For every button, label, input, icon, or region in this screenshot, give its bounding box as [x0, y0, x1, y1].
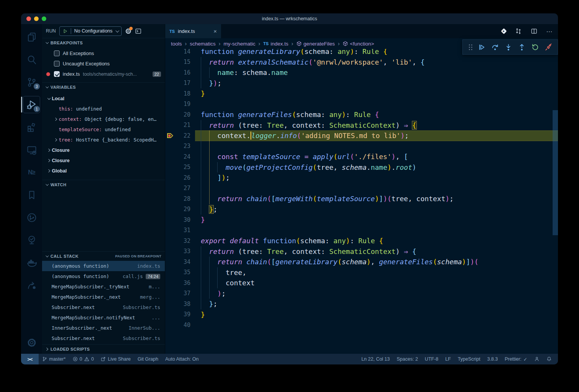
- editor-gutter[interactable]: 30: [165, 215, 195, 225]
- breakpoint-gutter[interactable]: [165, 133, 175, 138]
- tab-index-ts[interactable]: TS index.ts ×: [165, 24, 221, 38]
- editor-gutter[interactable]: 29: [165, 204, 195, 215]
- git-graph-item[interactable]: Git Graph: [134, 354, 162, 364]
- eol-item[interactable]: LF: [442, 354, 454, 364]
- breakpoint-row[interactable]: All Exceptions: [42, 48, 165, 59]
- debug-console-button[interactable]: [135, 28, 141, 34]
- activity-item-explorer[interactable]: [21, 26, 42, 48]
- editor-gutter[interactable]: 35: [165, 267, 195, 278]
- start-debug-icon[interactable]: [63, 29, 68, 34]
- code-editor[interactable]: 14function generateLibrary(schema: any):…: [165, 49, 558, 354]
- debug-step-out-button[interactable]: [516, 41, 528, 53]
- configure-gear-button[interactable]: [125, 28, 132, 34]
- breakpoint-checkbox[interactable]: [54, 71, 60, 77]
- breadcrumb-item[interactable]: <function>: [343, 41, 374, 47]
- call-stack-frame[interactable]: (anonymous function)call.js74:24: [42, 271, 165, 281]
- action-open-changes-button[interactable]: [515, 28, 522, 34]
- indentation-item[interactable]: Spaces: 2: [393, 354, 421, 364]
- editor-gutter[interactable]: 20: [165, 109, 195, 120]
- editor-gutter[interactable]: 21: [165, 120, 195, 131]
- typescript-version-item[interactable]: 3.8.3: [484, 354, 501, 364]
- editor-gutter[interactable]: 25: [165, 162, 195, 173]
- remote-indicator[interactable]: ><: [21, 354, 39, 364]
- activity-item-docker[interactable]: [21, 251, 42, 274]
- debug-disconnect-button[interactable]: [543, 41, 555, 53]
- variable-row[interactable]: context: Object {debug: false, en…: [42, 114, 165, 124]
- variable-row[interactable]: Global: [42, 166, 165, 176]
- activity-item-live-share[interactable]: [21, 274, 42, 296]
- editor-gutter[interactable]: 23: [165, 141, 195, 152]
- editor-gutter[interactable]: 24: [165, 151, 195, 162]
- variable-row[interactable]: templateSource: undefined: [42, 124, 165, 135]
- call-stack-frame[interactable]: Subscriber.nextSubscriber.ts: [42, 333, 165, 343]
- action-run-file-button[interactable]: ▸: [502, 29, 506, 33]
- language-mode-item[interactable]: TypeScript: [454, 354, 484, 364]
- variable-row[interactable]: tree: HostTree {_backend: ScopedH…: [42, 135, 165, 145]
- breakpoint-checkbox[interactable]: [54, 50, 60, 56]
- breakpoint-row[interactable]: index.tstools/schematics/my-sch...22: [42, 69, 165, 79]
- variable-row[interactable]: Local: [42, 93, 165, 104]
- variables-section-header[interactable]: VARIABLES: [42, 82, 165, 92]
- editor-gutter[interactable]: 37: [165, 288, 195, 299]
- prettier-item[interactable]: Prettier:✓: [501, 354, 531, 364]
- loaded-scripts-section-header[interactable]: LOADED SCRIPTS: [42, 344, 165, 354]
- editor-gutter[interactable]: 26: [165, 172, 195, 183]
- debug-continue-button[interactable]: [476, 41, 488, 53]
- title-bar[interactable]: index.ts — wrkschematics: [21, 13, 558, 24]
- call-stack-frame[interactable]: Subscriber.nextSubscriber.ts: [42, 302, 165, 312]
- editor-gutter[interactable]: 39: [165, 309, 195, 320]
- editor-gutter[interactable]: 19: [165, 99, 195, 110]
- editor-gutter[interactable]: 18: [165, 88, 195, 99]
- editor-gutter[interactable]: 40: [165, 320, 195, 330]
- live-share-item[interactable]: Live Share: [97, 354, 134, 364]
- editor-gutter[interactable]: 17: [165, 78, 195, 89]
- activity-item-test-tree[interactable]: [21, 229, 42, 251]
- editor-gutter[interactable]: 14: [165, 49, 195, 57]
- feedback-button[interactable]: [531, 354, 543, 364]
- variable-row[interactable]: Closure: [42, 145, 165, 155]
- action-split-editor-button[interactable]: [531, 28, 537, 34]
- breadcrumb-item[interactable]: my-schematic: [223, 41, 255, 47]
- call-stack-frame[interactable]: MergeMapSubscriber._nextmerg...: [42, 292, 165, 302]
- editor-gutter[interactable]: 36: [165, 278, 195, 288]
- editor-gutter[interactable]: 31: [165, 225, 195, 236]
- call-stack-section-header[interactable]: CALL STACK PAUSED ON BREAKPOINT: [42, 251, 165, 261]
- activity-item-extensions[interactable]: [21, 116, 42, 138]
- editor-scroll-bar[interactable]: [553, 110, 558, 235]
- watch-section-header[interactable]: WATCH: [42, 180, 165, 189]
- variable-row[interactable]: this: undefined: [42, 104, 165, 114]
- breadcrumb-item[interactable]: generateFiles: [296, 41, 335, 47]
- close-window-button[interactable]: [26, 16, 31, 21]
- editor-gutter[interactable]: 38: [165, 299, 195, 309]
- notifications-button[interactable]: [543, 354, 555, 364]
- call-stack-frame[interactable]: MergeMapSubscriber.notifyNext...: [42, 312, 165, 323]
- editor-gutter[interactable]: 16: [165, 67, 195, 78]
- close-tab-icon[interactable]: ×: [213, 28, 217, 34]
- call-stack-frame[interactable]: InnerSubscriber._nextInnerSub...: [42, 323, 165, 333]
- debug-restart-button[interactable]: [529, 41, 541, 53]
- debug-step-over-button[interactable]: [489, 41, 501, 53]
- activity-item-source-control[interactable]: 3: [21, 71, 42, 93]
- activity-item-nx-console[interactable]: N≥: [21, 161, 42, 184]
- debug-configuration-dropdown[interactable]: No Configurations: [59, 26, 122, 36]
- editor-gutter[interactable]: 34: [165, 257, 195, 267]
- auto-attach-item[interactable]: Auto Attach: On: [162, 354, 202, 364]
- call-stack-frame[interactable]: (anonymous function)index.ts: [42, 261, 165, 271]
- debug-step-into-button[interactable]: [503, 41, 514, 53]
- call-stack-frame[interactable]: MergeMapSubscriber._tryNextm...: [42, 281, 165, 292]
- editor-gutter[interactable]: 22: [165, 130, 195, 141]
- breakpoint-checkbox[interactable]: [54, 61, 60, 67]
- editor-gutter[interactable]: 33: [165, 246, 195, 257]
- activity-item-run-debug[interactable]: 1: [21, 93, 42, 116]
- encoding-item[interactable]: UTF-8: [421, 354, 442, 364]
- activity-item-git-graph[interactable]: [21, 206, 42, 229]
- breadcrumb-item[interactable]: tools: [171, 41, 182, 47]
- editor-gutter[interactable]: 15: [165, 57, 195, 68]
- activity-item-bookmarks[interactable]: [21, 184, 42, 206]
- zoom-window-button[interactable]: [42, 16, 46, 21]
- breakpoints-section-header[interactable]: BREAKPOINTS: [42, 38, 165, 47]
- breadcrumb-item[interactable]: TSindex.ts: [263, 41, 288, 47]
- editor-gutter[interactable]: 27: [165, 183, 195, 194]
- breadcrumb-item[interactable]: schematics: [190, 41, 216, 47]
- problems-item[interactable]: 0 0: [69, 354, 98, 364]
